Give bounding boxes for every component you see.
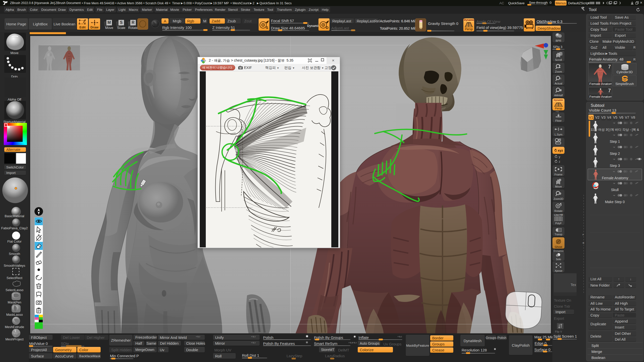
svg-text:x1: x1 [559,77,561,80]
svg-text:S: S [266,25,268,30]
svg-text:z: z [559,160,560,163]
svg-text:y: y [559,155,560,159]
svg-text:D: D [326,25,329,30]
